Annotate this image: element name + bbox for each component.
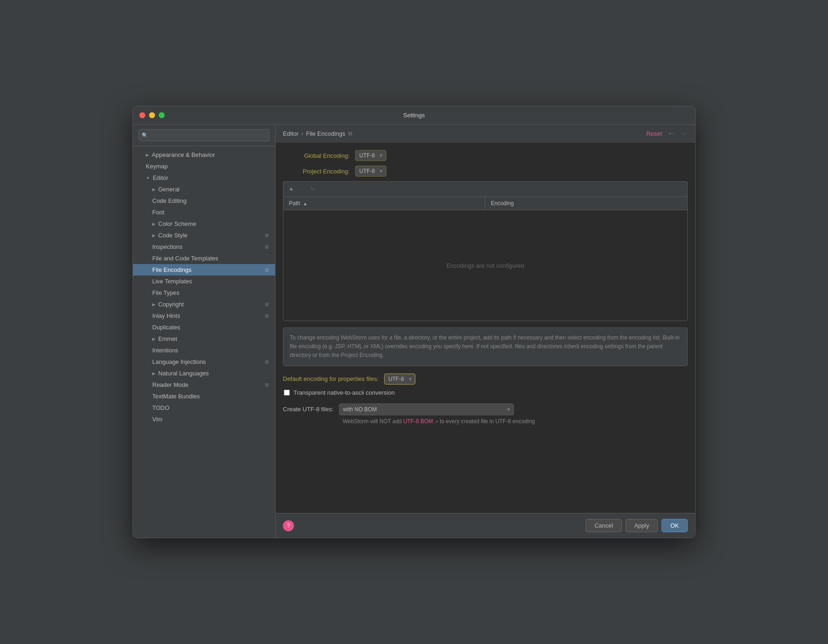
chevron-icon: ▶ [152,337,155,341]
sidebar-item-appearance[interactable]: ▶ Appearance & Behavior [133,149,275,161]
transparent-label: Transparent native-to-ascii conversion [293,389,395,396]
encoding-column-header: Encoding [485,197,687,210]
apply-button[interactable]: Apply [626,519,658,532]
global-encoding-select-wrapper: UTF-8 ▼ [355,150,386,161]
create-utf8-select-wrapper: with NO BOM with BOM ▼ [339,403,514,415]
add-button[interactable]: + [287,184,295,194]
sidebar-item-color-scheme[interactable]: ▶ Color Scheme [133,218,275,230]
nav-back-button[interactable]: ← [667,129,675,138]
global-encoding-select[interactable]: UTF-8 [355,150,386,161]
sidebar-item-label: Reader Mode [152,381,189,388]
sidebar-item-label: Font [152,209,164,216]
sidebar-item-natural-languages[interactable]: ▶ Natural Languages [133,368,275,379]
bottom-bar: ? Cancel Apply OK [276,513,695,538]
nav-forward-button[interactable]: → [680,129,688,138]
minimize-button[interactable] [149,112,155,118]
bom-info-suffix: to every created file in UTF-8 encoding [440,418,535,425]
reset-button[interactable]: Reset [646,130,662,137]
sidebar-item-label: General [158,186,179,193]
description-text: To change encoding WebStorm uses for a f… [283,328,688,366]
sidebar-item-label: Code Editing [152,197,186,204]
search-wrapper: 🔍 [138,129,270,141]
sidebar-item-textmate-bundles[interactable]: TextMate Bundles [133,391,275,402]
default-encoding-select-wrapper: UTF-8 ▼ [384,374,415,385]
search-container: 🔍 [133,125,275,146]
sidebar-item-font[interactable]: Font [133,207,275,218]
search-input[interactable] [138,129,270,141]
sidebar-item-copyright[interactable]: ▶ Copyright ⊟ [133,299,275,310]
sidebar-item-file-encodings[interactable]: File Encodings ⊟ [133,264,275,276]
sidebar-item-label: Duplicates [152,324,180,331]
sidebar-item-label: Vim [152,416,162,423]
sidebar-item-keymap[interactable]: Keymap [133,161,275,172]
sidebar-item-label: TODO [152,404,169,411]
sidebar-item-reader-mode[interactable]: Reader Mode ⊟ [133,379,275,391]
settings-icon: ⊟ [265,302,269,307]
create-utf8-select[interactable]: with NO BOM with BOM [339,403,514,415]
window-title: Settings [403,112,425,119]
sidebar-item-language-injections[interactable]: Language Injections ⊟ [133,356,275,368]
transparent-checkbox[interactable] [284,390,290,396]
sidebar-item-duplicates[interactable]: Duplicates [133,322,275,333]
sidebar-item-emmet[interactable]: ▶ Emmet [133,333,275,345]
chevron-icon: ▶ [152,187,155,192]
bom-info-prefix: WebStorm will NOT add [343,418,403,425]
chevron-icon: ▶ [146,153,149,157]
content-area: Editor › File Encodings ⊟ Reset ← → Glob… [276,125,695,538]
settings-icon: ⊟ [265,313,269,318]
sidebar-item-inspections[interactable]: Inspections ⊟ [133,241,275,253]
close-button[interactable] [139,112,145,118]
breadcrumb-separator: › [301,130,303,137]
sidebar-item-label: Keymap [146,163,168,170]
table-toolbar: + − ✎ [283,181,688,196]
content-header: Editor › File Encodings ⊟ Reset ← → [276,125,695,143]
sidebar-item-code-editing[interactable]: Code Editing [133,195,275,207]
sidebar: 🔍 ▶ Appearance & Behavior Keymap ▼ Edito… [133,125,276,538]
default-encoding-select[interactable]: UTF-8 [384,374,415,385]
sidebar-item-inlay-hints[interactable]: Inlay Hints ⊟ [133,310,275,322]
path-column-header: Path ▲ [283,197,485,210]
help-button[interactable]: ? [283,520,294,531]
sidebar-item-file-and-code-templates[interactable]: File and Code Templates [133,253,275,264]
sidebar-item-vim[interactable]: Vim [133,414,275,425]
search-icon: 🔍 [142,132,148,138]
main-content: 🔍 ▶ Appearance & Behavior Keymap ▼ Edito… [133,125,695,538]
sidebar-item-editor[interactable]: ▼ Editor [133,172,275,184]
ok-button[interactable]: OK [661,519,688,532]
chevron-icon: ▼ [146,176,150,180]
sidebar-item-label: Emmet [158,335,177,342]
project-encoding-select-wrapper: UTF-8 ▼ [355,166,386,177]
sidebar-item-intentions[interactable]: Intentions [133,345,275,356]
sidebar-item-code-style[interactable]: ▶ Code Style ⊟ [133,230,275,241]
sidebar-item-label: Intentions [152,347,178,354]
transparent-checkbox-row: Transparent native-to-ascii conversion [284,389,688,396]
project-encoding-row: Project Encoding: UTF-8 ▼ [283,166,688,177]
cancel-button[interactable]: Cancel [586,519,621,532]
sidebar-item-file-types[interactable]: File Types [133,287,275,299]
project-encoding-select[interactable]: UTF-8 [355,166,386,177]
maximize-button[interactable] [159,112,165,118]
edit-button[interactable]: ✎ [307,184,317,194]
settings-icon: ⊟ [265,267,269,272]
titlebar-controls [139,112,165,118]
chevron-icon: ▶ [152,222,155,226]
global-encoding-label: Global Encoding: [283,152,350,159]
sidebar-item-live-templates[interactable]: Live Templates [133,276,275,287]
sidebar-item-label: Natural Languages [158,370,209,377]
breadcrumb-parent: Editor [283,130,299,137]
remove-button[interactable]: − [297,184,305,194]
default-encoding-label: Default encoding for properties files: [283,375,379,382]
sidebar-item-label: Code Style [158,232,188,239]
sidebar-nav: ▶ Appearance & Behavior Keymap ▼ Editor … [133,146,275,538]
sidebar-item-label: Language Injections [152,358,206,365]
bom-info: WebStorm will NOT add UTF-8 BOM ↗ to eve… [343,418,688,425]
table-header: Path ▲ Encoding [283,197,687,210]
sidebar-item-todo[interactable]: TODO [133,402,275,414]
sidebar-item-general[interactable]: ▶ General [133,184,275,195]
content-body: Global Encoding: UTF-8 ▼ Project Encodin… [276,143,695,513]
global-encoding-row: Global Encoding: UTF-8 ▼ [283,150,688,161]
sidebar-item-label: TextMate Bundles [152,393,200,400]
settings-icon: ⊟ [265,359,269,364]
bom-info-link[interactable]: UTF-8 BOM [403,418,433,425]
settings-icon: ⊟ [348,131,352,137]
